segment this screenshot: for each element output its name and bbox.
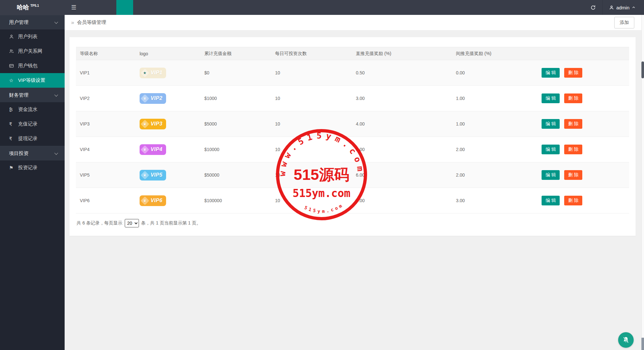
edit-button[interactable]: 编 辑 bbox=[542, 196, 560, 205]
nav-item[interactable] bbox=[200, 0, 217, 15]
sidebar-item[interactable]: 项目投资 bbox=[0, 146, 65, 160]
add-button[interactable]: 添加 bbox=[614, 17, 634, 28]
cumulative-recharge-amount: $10000 bbox=[200, 137, 271, 162]
direct-recharge-reward: 5.00 bbox=[352, 137, 452, 162]
chevron-down-icon bbox=[54, 151, 58, 155]
delete-button[interactable]: 删 除 bbox=[564, 145, 582, 154]
column-header: 间推充值奖励 (%) bbox=[452, 47, 538, 60]
column-header: 每日可投资次数 bbox=[271, 47, 352, 60]
star-icon: ☆ bbox=[9, 78, 17, 83]
username: admin bbox=[616, 5, 629, 10]
nav-item[interactable] bbox=[116, 0, 133, 15]
crown-icon: ♛ bbox=[141, 171, 149, 180]
nav-item[interactable] bbox=[184, 0, 200, 15]
indirect-recharge-reward: 2.00 bbox=[452, 162, 538, 188]
direct-recharge-reward: 3.00 bbox=[352, 86, 452, 111]
page-size-select[interactable]: 20 bbox=[125, 219, 139, 227]
sidebar-item[interactable]: 用户列表 bbox=[0, 29, 65, 44]
sidebar-item[interactable]: ₿ 资金流水 bbox=[0, 102, 65, 117]
edit-button[interactable]: 编 辑 bbox=[542, 145, 560, 154]
column-header: 直推充值奖励 (%) bbox=[352, 47, 452, 60]
edit-button[interactable]: 编 辑 bbox=[542, 119, 560, 129]
vip-logo-label: VIP5 bbox=[151, 172, 163, 178]
refresh-icon[interactable] bbox=[584, 0, 602, 15]
user-menu[interactable]: admin bbox=[602, 0, 644, 15]
bitcoin-icon: ₿ bbox=[9, 107, 17, 113]
notification-bell-button[interactable] bbox=[618, 332, 634, 348]
column-header: 等级名称 bbox=[76, 47, 136, 60]
crown-icon: ♛ bbox=[141, 120, 149, 128]
pagination-prefix: 共 6 条记录，每页显示 bbox=[77, 220, 122, 226]
nav-item[interactable] bbox=[83, 0, 100, 15]
nav-item[interactable] bbox=[133, 0, 150, 15]
vip-logo-badge: ♛ VIP2 bbox=[140, 93, 166, 104]
scrollbar-thumb[interactable] bbox=[641, 61, 644, 78]
crown-icon: ♛ bbox=[141, 145, 149, 154]
daily-invest-times: 10 bbox=[271, 86, 352, 111]
cumulative-recharge-amount: $100000 bbox=[200, 188, 271, 213]
delete-button[interactable]: 删 除 bbox=[564, 119, 582, 129]
vip-logo-badge: ♛ VIP4 bbox=[140, 144, 166, 155]
table-row: VIP2 ♛ VIP2 $1000 10 3 bbox=[76, 86, 629, 111]
vip-logo-badge: ★ VIP1 bbox=[140, 68, 166, 78]
main-nav bbox=[83, 0, 217, 15]
vip-level-table: 等级名称 logo 累计充值金额 每日可投资次数 直推充值奖励 (%) 间推充值… bbox=[76, 47, 629, 213]
edit-button[interactable]: 编 辑 bbox=[542, 68, 560, 78]
hamburger-icon[interactable]: ☰ bbox=[65, 0, 83, 15]
sidebar-item-label: 用户列表 bbox=[18, 34, 37, 40]
sidebar-item[interactable]: ⚑ 投资记录 bbox=[0, 160, 65, 175]
breadcrumb-bar: » 会员等级管理 添加 bbox=[65, 15, 644, 30]
indirect-recharge-reward: 0.00 bbox=[452, 60, 538, 86]
sidebar-item[interactable]: ☆ VIP等级设置 bbox=[0, 73, 65, 88]
logo-text: 哈哈 bbox=[17, 3, 29, 12]
nav-item[interactable] bbox=[167, 0, 184, 15]
sidebar-item-label: 资金流水 bbox=[18, 106, 37, 113]
wallet-icon bbox=[9, 63, 17, 68]
sidebar-item[interactable]: 用户关系网 bbox=[0, 44, 65, 59]
main-area: » 会员等级管理 添加 等级名称 logo 累计充 bbox=[65, 15, 644, 350]
level-name: VIP2 bbox=[76, 86, 136, 111]
vip-logo-label: VIP1 bbox=[151, 70, 163, 76]
delete-button[interactable]: 删 除 bbox=[564, 93, 582, 103]
level-name: VIP3 bbox=[76, 111, 136, 137]
daily-invest-times: 10 bbox=[271, 111, 352, 137]
top-navbar: 哈哈TP5.1 ☰ admin bbox=[0, 0, 644, 15]
edit-button[interactable]: 编 辑 bbox=[542, 93, 560, 103]
crown-icon: ♛ bbox=[141, 94, 149, 103]
nav-item[interactable] bbox=[100, 0, 116, 15]
flag-icon: ⚑ bbox=[9, 165, 17, 171]
vip-logo-badge: ♛ VIP5 bbox=[140, 170, 166, 180]
sidebar-item-label: 用户关系网 bbox=[18, 48, 42, 54]
delete-button[interactable]: 删 除 bbox=[564, 196, 582, 205]
sidebar-item[interactable]: ₹ 提现记录 bbox=[0, 131, 65, 146]
sidebar-item[interactable]: ₹ 充值记录 bbox=[0, 117, 65, 131]
app-logo: 哈哈TP5.1 bbox=[0, 0, 65, 15]
sidebar-item[interactable]: 用户钱包 bbox=[0, 59, 65, 73]
chevron-down-icon bbox=[54, 20, 58, 24]
app-root: 哈哈TP5.1 ☰ admin 用户管理 bbox=[0, 0, 644, 350]
rupee-icon: ₹ bbox=[9, 121, 17, 127]
sidebar-item-label: 用户管理 bbox=[9, 19, 28, 26]
daily-invest-times: 10 bbox=[271, 188, 352, 213]
column-header: logo bbox=[136, 47, 200, 60]
sidebar-item-label: 充值记录 bbox=[18, 121, 37, 127]
cumulative-recharge-amount: $5000 bbox=[200, 111, 271, 137]
column-header bbox=[538, 47, 629, 60]
sidebar-item[interactable]: 财务管理 bbox=[0, 88, 65, 102]
sidebar-item-label: 提现记录 bbox=[18, 136, 37, 142]
person-icon bbox=[609, 5, 614, 10]
sidebar: 用户管理 用户列表 用户关系网 用户钱包 ☆ VIP等级设置 bbox=[0, 15, 65, 350]
vip-logo-badge: ♛ VIP6 bbox=[140, 195, 166, 206]
sidebar-item[interactable]: 用户管理 bbox=[0, 15, 65, 29]
delete-button[interactable]: 删 除 bbox=[564, 68, 582, 78]
edit-button[interactable]: 编 辑 bbox=[542, 170, 560, 180]
column-header: 累计充值金额 bbox=[200, 47, 271, 60]
chevron-down-icon bbox=[54, 93, 58, 96]
nav-item[interactable] bbox=[150, 0, 167, 15]
direct-recharge-reward: 0.50 bbox=[352, 60, 452, 86]
level-name: VIP6 bbox=[76, 188, 136, 213]
level-name: VIP4 bbox=[76, 137, 136, 162]
bell-slash-icon bbox=[622, 336, 630, 344]
table-row: VIP1 ★ VIP1 $0 10 0.50 bbox=[76, 60, 629, 86]
delete-button[interactable]: 删 除 bbox=[564, 170, 582, 180]
